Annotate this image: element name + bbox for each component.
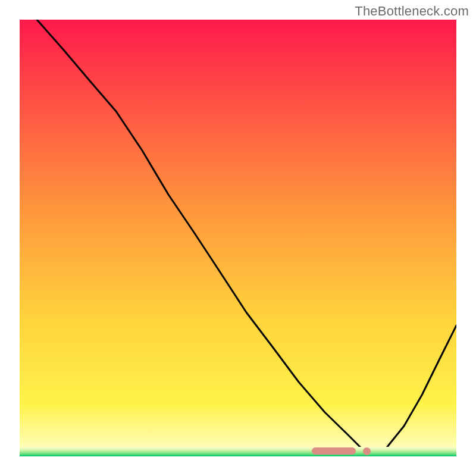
chart-background xyxy=(20,20,456,456)
optimal-band xyxy=(20,447,456,456)
watermark-text: TheBottleneck.com xyxy=(355,4,469,19)
bottleneck-chart xyxy=(20,20,456,456)
